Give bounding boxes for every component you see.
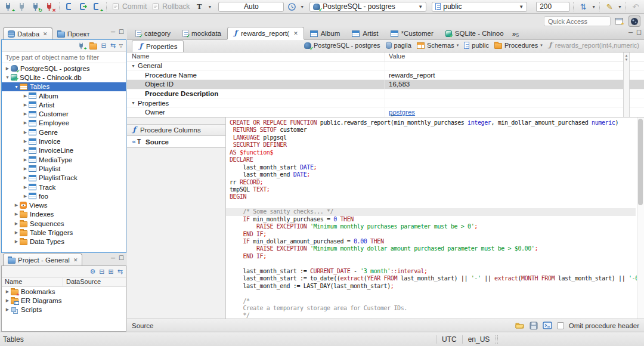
- code-line[interactable]: [230, 290, 636, 297]
- new-connection-button[interactable]: +: [2, 1, 14, 13]
- code-line[interactable]: last_month_start := to_date((extract(YEA…: [230, 275, 636, 282]
- editor-tab-mockdata[interactable]: mockdata: [177, 27, 227, 39]
- grid-column-name[interactable]: Name: [127, 52, 385, 61]
- omit-header-checkbox[interactable]: [557, 322, 564, 329]
- collapsed-arrow-icon[interactable]: ▶: [13, 203, 20, 208]
- maximize-icon[interactable]: ☐: [636, 29, 642, 36]
- tree-item-playlisttrack[interactable]: ▶PlaylistTrack: [2, 174, 126, 183]
- property-row-procedure-description[interactable]: Procedure Description: [127, 89, 644, 99]
- collapsed-arrow-icon[interactable]: ▶: [4, 307, 11, 312]
- tab-project-general[interactable]: Project - General ✕: [3, 254, 82, 265]
- open-file-icon[interactable]: [515, 322, 525, 329]
- scroll-up-icon[interactable]: ▲: [625, 54, 628, 57]
- grid-column-value[interactable]: Value: [385, 52, 644, 61]
- dropdown-caret-icon[interactable]: ▾: [457, 43, 459, 48]
- tree-item-indexes[interactable]: ▶Indexes: [2, 210, 126, 219]
- status-locale[interactable]: en_US: [468, 335, 490, 344]
- code-line[interactable]: last_month_start DATE;: [230, 164, 636, 171]
- open-perspective-button[interactable]: ★: [614, 16, 626, 27]
- magic-pen-button[interactable]: ✎: [603, 1, 615, 13]
- code-line[interactable]: last_month_end := LAST_DAY(last_month_st…: [230, 283, 636, 290]
- scrollbar-thumb[interactable]: [638, 119, 643, 205]
- connect-button[interactable]: [16, 1, 28, 13]
- maximize-icon[interactable]: ☐: [119, 255, 124, 262]
- dropdown-caret-icon[interactable]: ▼: [300, 5, 304, 9]
- collapsed-arrow-icon[interactable]: ▶: [22, 121, 29, 125]
- link-with-editor-icon[interactable]: ⇆: [117, 268, 123, 275]
- breadcrumb-item-schemas[interactable]: Schemas▾: [417, 42, 459, 49]
- minimize-icon[interactable]: ─: [628, 29, 633, 36]
- code-line[interactable]: END IF;: [230, 253, 636, 260]
- minimize-icon[interactable]: ─: [111, 255, 115, 262]
- expanded-arrow-icon[interactable]: ▼: [13, 85, 20, 89]
- sash-collapse-icons[interactable]: ▴▾: [391, 113, 395, 118]
- tree-item-foo[interactable]: ▶foo: [2, 191, 126, 200]
- property-row-properties[interactable]: ▼Properties: [127, 98, 644, 108]
- active-schema-select[interactable]: public ▼: [432, 2, 527, 12]
- column-name[interactable]: Name: [2, 278, 63, 286]
- tree-item-postgresql-postgres[interactable]: ▶PostgreSQL - postgres: [2, 64, 126, 73]
- group-expanded-arrow-icon[interactable]: ▼: [131, 101, 135, 105]
- save-icon[interactable]: [530, 322, 538, 330]
- code-line[interactable]: rr RECORD;: [230, 179, 636, 186]
- tree-item-invoiceline[interactable]: ▶InvoiceLine: [2, 146, 126, 155]
- code-line[interactable]: BEGIN: [230, 193, 636, 200]
- tree-item-genre[interactable]: ▶Genre: [2, 128, 126, 137]
- project-tree[interactable]: ▶Bookmarks▶ER Diagrams▶Scripts: [2, 287, 126, 314]
- code-line[interactable]: /*: [230, 298, 636, 305]
- breadcrumb-item-rewards-report-int4-numeric[interactable]: ƒrewards_report(int4,numeric): [548, 42, 639, 49]
- tree-item-track[interactable]: ▶Track: [2, 183, 126, 191]
- editor-tab-customer[interactable]: *Customer: [385, 27, 439, 39]
- property-row-procedure-name[interactable]: Procedure Namerewards_report: [127, 71, 644, 81]
- property-row-general[interactable]: ▼General: [127, 61, 644, 71]
- group-expanded-arrow-icon[interactable]: ▼: [131, 64, 135, 68]
- collapsed-arrow-icon[interactable]: ▶: [22, 112, 29, 116]
- transaction-history-button[interactable]: [286, 1, 298, 13]
- collapsed-arrow-icon[interactable]: ▶: [13, 221, 20, 226]
- code-line[interactable]: last_month_end DATE;: [230, 171, 636, 178]
- tree-item-customer[interactable]: ▶Customer: [2, 109, 126, 118]
- code-line[interactable]: Create a temporary storage area for Cust…: [230, 305, 636, 312]
- reconnect-button[interactable]: ↻: [30, 1, 42, 13]
- collapsed-arrow-icon[interactable]: ▶: [22, 185, 29, 190]
- project-item-bookmarks[interactable]: ▶Bookmarks: [2, 287, 126, 296]
- tree-item-sqlite-chinook-db[interactable]: ▼SQLite - Chinook.db: [2, 73, 126, 82]
- tab-projects[interactable]: Проект: [52, 27, 95, 39]
- collapsed-arrow-icon[interactable]: ▶: [13, 212, 20, 217]
- collapsed-arrow-icon[interactable]: ▶: [22, 166, 29, 171]
- breadcrumb-item-postgresql-postgres[interactable]: PostgreSQL - postgres: [304, 42, 380, 49]
- dbeaver-perspective-button[interactable]: [628, 16, 640, 27]
- code-line[interactable]: AS $function$: [230, 149, 636, 156]
- collapsed-arrow-icon[interactable]: ▶: [13, 230, 20, 235]
- status-timezone[interactable]: UTC: [442, 335, 457, 344]
- expand-all-icon[interactable]: ⊞: [109, 268, 114, 275]
- tree-item-data-types[interactable]: ▶Data Types: [2, 237, 126, 246]
- undo-button[interactable]: ↶: [630, 1, 642, 13]
- tree-item-tables[interactable]: ▼Tables: [2, 82, 126, 91]
- code-line[interactable]: RAISE EXCEPTION 'Minimum monthly dollar …: [230, 245, 636, 252]
- transaction-block-button[interactable]: [63, 1, 75, 13]
- side-tab-procedure-columns[interactable]: ƒProcedure Columns: [127, 124, 225, 136]
- code-line[interactable]: RETURNS SETOF customer: [230, 126, 636, 134]
- expanded-arrow-icon[interactable]: ▼: [4, 75, 11, 79]
- maximize-icon[interactable]: ☐: [119, 29, 124, 36]
- project-item-scripts[interactable]: ▶Scripts: [2, 305, 126, 314]
- minimize-icon[interactable]: ─: [111, 29, 115, 36]
- code-line[interactable]: */: [230, 312, 636, 319]
- tree-item-artist[interactable]: ▶Artist: [2, 100, 126, 109]
- project-item-er-diagrams[interactable]: ▶ER Diagrams: [2, 296, 126, 305]
- dropdown-caret-icon[interactable]: ▼: [208, 5, 212, 9]
- tab-overflow-chevron[interactable]: »5: [510, 29, 522, 39]
- collapsed-arrow-icon[interactable]: ▶: [22, 139, 29, 144]
- property-row-object-id[interactable]: Object ID16,583: [127, 80, 644, 89]
- tree-item-views[interactable]: ▶Views: [2, 200, 126, 209]
- column-datasource[interactable]: DataSource: [63, 278, 101, 286]
- connect-to-database-button[interactable]: +: [76, 41, 86, 51]
- code-line[interactable]: CREATE OR REPLACE FUNCTION public.reward…: [230, 119, 636, 126]
- code-line[interactable]: SECURITY DEFINER: [230, 141, 636, 149]
- code-line[interactable]: [230, 260, 636, 267]
- collapsed-arrow-icon[interactable]: ▶: [22, 194, 29, 199]
- navigator-tree[interactable]: ▶PostgreSQL - postgres▼SQLite - Chinook.…: [2, 63, 126, 252]
- editor-tab-sqlite-chinoo[interactable]: SQLite - Chinoo: [439, 27, 510, 39]
- tree-item-employee[interactable]: ▶Employee: [2, 119, 126, 128]
